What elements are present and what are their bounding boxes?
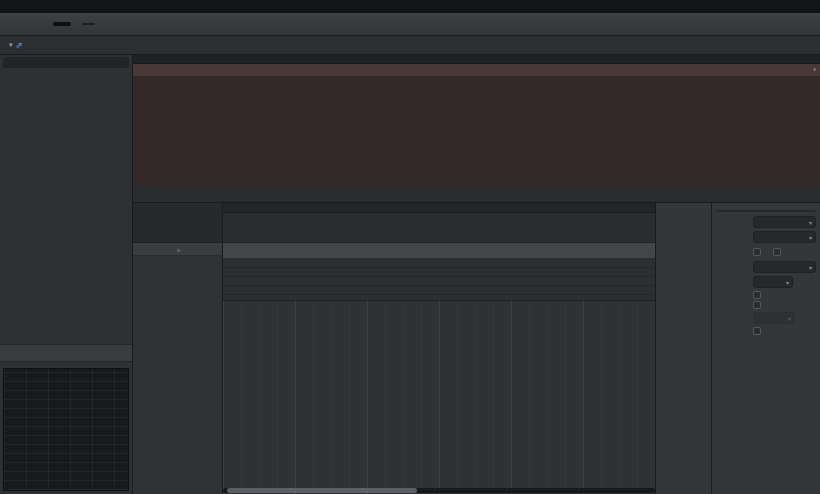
autosplit-select[interactable]: ▾ [753, 276, 793, 288]
section-header[interactable] [223, 243, 655, 259]
loop-label [0, 362, 132, 365]
scrollbar-thumb[interactable] [227, 488, 417, 493]
strict-checkbox[interactable] [773, 248, 781, 256]
strings-select[interactable]: ▾ [753, 261, 816, 273]
library-tree [0, 70, 132, 344]
expand-right-icon[interactable]: › [813, 64, 816, 76]
global-parameters-header[interactable]: ▹ [133, 243, 222, 256]
document-selector[interactable]: ▾ ⇗ [6, 40, 23, 50]
chords-group-label [716, 339, 750, 340]
time-display [53, 22, 71, 26]
track-list: ▹ [133, 203, 223, 494]
open-external-icon[interactable]: ⇗ [16, 40, 24, 50]
anchors-select[interactable]: ▾ [753, 216, 816, 228]
chevron-down-icon: ▾ [9, 41, 13, 49]
document-tab-row: ▾ ⇗ [0, 36, 820, 55]
monophonic-checkbox[interactable] [753, 291, 761, 299]
main-toolbar [0, 13, 820, 36]
range-select[interactable]: ▾ [753, 231, 816, 243]
synthesis-group-label [716, 344, 750, 345]
chord-track[interactable] [223, 213, 655, 243]
phrase-editor: ▹ [133, 203, 820, 494]
sidebar-footer-toolbar [0, 344, 132, 362]
piano-roll[interactable] [223, 203, 656, 494]
container-title[interactable]: › [133, 64, 820, 76]
phrase-preview [3, 368, 129, 491]
parameter-categories [656, 203, 712, 494]
parameter-inspector: ▾ ▾ ▾ ▾ [712, 203, 820, 494]
edit-toolbar [133, 185, 820, 203]
structure-arrangement: › [133, 55, 820, 185]
horizontal-scrollbar[interactable] [223, 488, 655, 493]
menu-bar [0, 0, 820, 13]
library-sidebar [0, 55, 133, 494]
piano-roll-ruler[interactable] [223, 203, 655, 213]
track-list-header [133, 203, 222, 243]
legato-interval-select: ▾ [753, 312, 795, 324]
collapsed-global-lanes [223, 259, 655, 301]
search-input[interactable] [3, 57, 129, 68]
tempo-display[interactable] [82, 23, 95, 25]
structure-ruler[interactable] [133, 55, 820, 64]
tie-notes-checkbox[interactable] [753, 327, 761, 335]
legato-checkbox[interactable] [753, 301, 761, 309]
octaves-checkbox[interactable] [753, 248, 761, 256]
chevron-right-icon: ▹ [177, 246, 180, 253]
